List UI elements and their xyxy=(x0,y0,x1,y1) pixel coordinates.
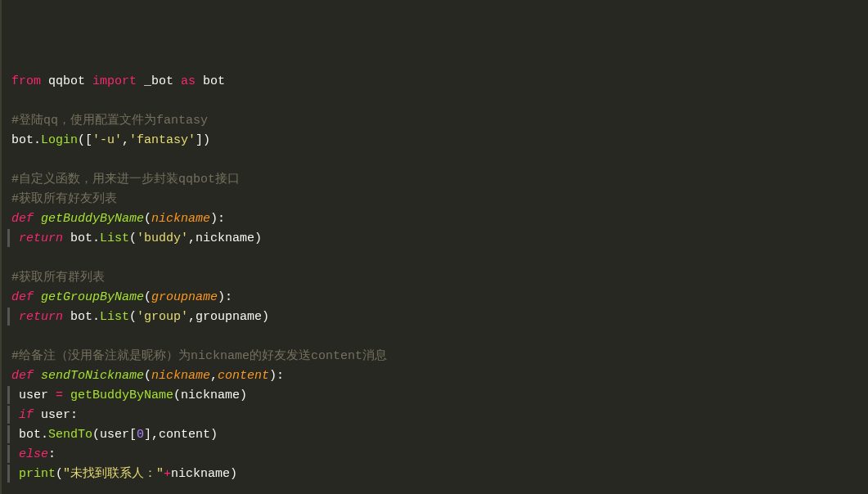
code-token: 'fantasy' xyxy=(129,133,196,147)
code-token: getGroupByName xyxy=(41,290,144,304)
code-token: 0 xyxy=(137,428,144,442)
code-line[interactable] xyxy=(11,249,868,268)
code-token: , xyxy=(122,133,129,147)
code-line[interactable]: user = getBuddyByName(nickname) xyxy=(11,386,868,406)
code-token: print xyxy=(11,467,56,481)
code-token: ( xyxy=(144,369,151,383)
code-token: nickname xyxy=(151,212,210,226)
code-line[interactable]: if user: xyxy=(11,406,868,425)
code-token: nickname xyxy=(151,369,210,383)
code-token: ],content) xyxy=(144,428,218,442)
indent-guide xyxy=(7,465,10,483)
indent-guide xyxy=(7,229,10,247)
code-token: bot xyxy=(70,310,92,324)
code-line[interactable]: return bot.List('group',groupname) xyxy=(11,308,868,327)
code-token: nickname) xyxy=(171,467,237,481)
code-token: ( xyxy=(144,212,151,226)
code-line[interactable]: #获取所有群列表 xyxy=(11,268,868,288)
code-line[interactable] xyxy=(11,92,868,111)
code-line[interactable]: print("未找到联系人："+nickname) xyxy=(11,465,868,484)
code-line[interactable]: #登陆qq，使用配置文件为fantasy xyxy=(11,111,868,131)
code-token: from xyxy=(11,74,48,88)
code-token: '-u' xyxy=(92,133,122,147)
code-line[interactable]: bot.SendTo(user[0],content) xyxy=(11,425,868,445)
code-token: + xyxy=(164,467,171,481)
code-token: ,groupname) xyxy=(188,310,269,324)
code-line[interactable]: def sendToNickname(nickname,content): xyxy=(11,366,868,386)
code-token xyxy=(63,388,70,402)
code-line[interactable]: else: xyxy=(11,445,868,465)
code-token: ([ xyxy=(78,133,92,147)
code-token: user: xyxy=(41,408,78,422)
code-token: , xyxy=(210,369,218,383)
code-token: "未找到联系人：" xyxy=(63,467,164,481)
indent-guide xyxy=(7,445,10,463)
code-token: groupname xyxy=(151,290,218,304)
code-token: SendTo xyxy=(48,428,92,442)
code-token: sendToNickname xyxy=(41,369,144,383)
code-line[interactable]: #获取所有好友列表 xyxy=(11,190,868,209)
code-token: ): xyxy=(218,290,232,304)
code-token: getBuddyByName xyxy=(41,212,144,226)
code-token: Login xyxy=(41,133,78,147)
code-line[interactable]: return bot.List('buddy',nickname) xyxy=(11,229,868,249)
code-token: ( xyxy=(129,310,137,324)
code-token: #获取所有群列表 xyxy=(11,271,105,285)
code-editor[interactable]: from qqbot import _bot as bot #登陆qq，使用配置… xyxy=(11,72,868,484)
indent-guide xyxy=(7,406,10,424)
indent-guide xyxy=(7,386,10,404)
code-token: as xyxy=(181,74,203,88)
code-token: ( xyxy=(56,467,63,481)
code-token: if xyxy=(11,408,41,422)
code-token: else xyxy=(11,447,48,461)
code-token: . xyxy=(41,428,48,442)
code-token: content xyxy=(218,369,269,383)
code-token: bot xyxy=(70,231,92,245)
code-line[interactable]: bot.Login(['-u','fantasy']) xyxy=(11,131,868,150)
code-line[interactable]: #自定义函数，用来进一步封装qqbot接口 xyxy=(11,170,868,190)
code-token: 'group' xyxy=(137,310,188,324)
code-token: import xyxy=(92,74,144,88)
code-token: (user[ xyxy=(92,428,137,442)
code-token: List xyxy=(100,310,129,324)
code-token: ): xyxy=(269,369,284,383)
code-token: def xyxy=(11,290,41,304)
code-token: . xyxy=(92,310,100,324)
code-token: return xyxy=(11,310,70,324)
code-token: def xyxy=(11,369,41,383)
code-token: ]) xyxy=(196,133,210,147)
code-line[interactable]: #给备注（没用备注就是昵称）为nickname的好友发送content消息 xyxy=(11,347,868,366)
code-line[interactable]: from qqbot import _bot as bot xyxy=(11,72,868,92)
code-token: bot xyxy=(11,133,34,147)
code-token: ): xyxy=(210,212,225,226)
code-token: bot xyxy=(11,428,41,442)
code-token: _bot xyxy=(144,74,181,88)
code-token: (nickname) xyxy=(173,388,247,402)
code-line[interactable]: def getBuddyByName(nickname): xyxy=(11,209,868,229)
code-token: . xyxy=(34,133,41,147)
code-token: = xyxy=(56,388,63,402)
code-token: return xyxy=(11,231,70,245)
code-token: #获取所有好友列表 xyxy=(11,192,117,206)
code-token: ( xyxy=(144,290,151,304)
code-token: bot xyxy=(203,74,225,88)
indent-guide xyxy=(7,425,10,443)
code-token: ,nickname) xyxy=(188,231,262,245)
code-token: #登陆qq，使用配置文件为fantasy xyxy=(11,114,208,128)
code-token: : xyxy=(48,447,56,461)
code-token: getBuddyByName xyxy=(70,388,173,402)
code-token: #给备注（没用备注就是昵称）为nickname的好友发送content消息 xyxy=(11,349,387,363)
code-token: 'buddy' xyxy=(137,231,188,245)
code-line[interactable]: def getGroupByName(groupname): xyxy=(11,288,868,308)
code-token: ( xyxy=(129,231,137,245)
code-token: #自定义函数，用来进一步封装qqbot接口 xyxy=(11,173,240,186)
code-token: List xyxy=(100,231,129,245)
code-token: . xyxy=(92,231,100,245)
code-line[interactable] xyxy=(11,150,868,170)
code-token: qqbot xyxy=(48,74,92,88)
code-line[interactable] xyxy=(11,327,868,347)
code-token: def xyxy=(11,212,41,226)
indent-guide xyxy=(7,308,10,326)
code-token: user xyxy=(11,388,56,402)
